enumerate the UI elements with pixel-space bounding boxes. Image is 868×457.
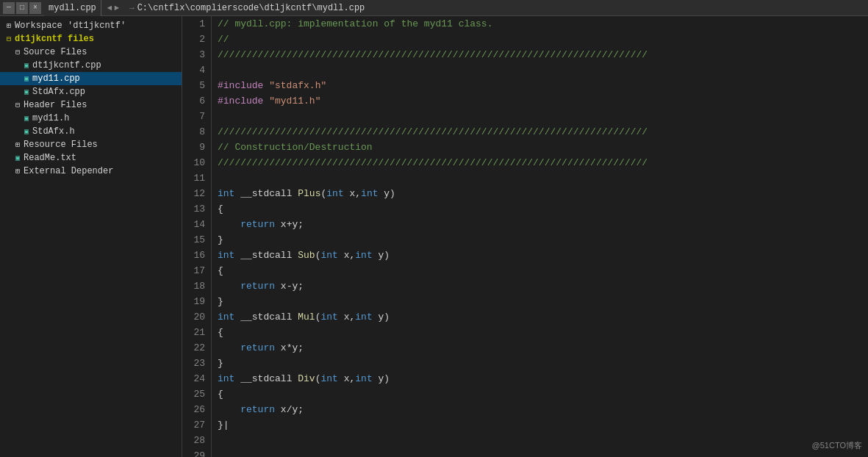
maximize-icon[interactable]: □ — [16, 2, 28, 14]
code-line: return x*y; — [218, 340, 862, 356]
path-arrow-icon: → — [129, 4, 134, 12]
code-line: { — [218, 325, 862, 340]
readme-icon: ▣ — [12, 152, 24, 164]
resource-files-group[interactable]: ⊞ Resource Files — [0, 138, 182, 151]
line-number: 2 — [188, 32, 205, 47]
minimize-icon[interactable]: ─ — [3, 2, 15, 14]
readme-label: ReadMe.txt — [24, 153, 76, 163]
code-line: #include "myd11.h" — [218, 93, 862, 109]
header-files-label: Header Files — [24, 100, 87, 110]
line-number: 21 — [188, 325, 205, 340]
code-line: } — [218, 232, 862, 248]
line-number: 4 — [188, 62, 205, 78]
line-number: 19 — [188, 294, 205, 309]
resource-folder-icon: ⊞ — [12, 139, 24, 151]
project-item[interactable]: ⊟ dt1jkcntf files — [0, 32, 182, 46]
code-line: // mydll.cpp: implementation of the myd1… — [218, 16, 862, 32]
line-number: 23 — [188, 356, 205, 371]
resource-files-label: Resource Files — [24, 140, 98, 150]
code-line: return x+y; — [218, 217, 862, 232]
workspace-item[interactable]: ⊞ Workspace 'dt1jkcntf' — [0, 19, 182, 32]
header-folder-icon: ⊟ — [12, 99, 24, 111]
tab-filename: mydll.cpp — [49, 3, 96, 13]
main-area: ⊞ Workspace 'dt1jkcntf' ⊟ dt1jkcntf file… — [0, 16, 868, 457]
file-mydll-label: myd11.cpp — [32, 73, 80, 84]
breadcrumb: → C:\cntflx\complierscode\dtljkcntf\mydl… — [125, 3, 369, 13]
code-line: int __stdcall Sub(int x,int y) — [218, 248, 862, 263]
line-number: 29 — [188, 448, 205, 457]
source-files-group[interactable]: ⊟ Source Files — [0, 46, 182, 59]
line-number: 1 — [188, 16, 205, 32]
code-line: ////////////////////////////////////////… — [218, 155, 862, 170]
line-number: 6 — [188, 93, 205, 109]
line-number: 9 — [188, 140, 205, 155]
workspace-icon: ⊞ — [3, 20, 15, 32]
h-file-icon: ▣ — [21, 112, 32, 124]
line-number: 12 — [188, 186, 205, 201]
line-number: 14 — [188, 217, 205, 232]
h-file2-icon: ▣ — [21, 126, 32, 137]
line-number: 28 — [188, 433, 205, 448]
code-line: } — [218, 294, 862, 309]
code-line: return x-y; — [218, 278, 862, 294]
code-content[interactable]: // mydll.cpp: implementation of the myd1… — [212, 16, 868, 457]
code-line: #include "stdafx.h" — [218, 78, 862, 93]
file-mydll-h-label: myd11.h — [32, 113, 69, 123]
file-tab[interactable]: mydll.cpp — [44, 0, 101, 16]
top-bar: ─ □ × mydll.cpp ◄ ► → C:\cntflx\complier… — [0, 0, 868, 16]
code-line: // — [218, 32, 862, 47]
line-number: 24 — [188, 371, 205, 386]
project-collapse-icon: ⊟ — [3, 33, 15, 45]
code-line: int __stdcall Div(int x,int y) — [218, 371, 862, 386]
code-line: ////////////////////////////////////////… — [218, 47, 862, 62]
cpp-file-selected-icon: ▣ — [21, 73, 32, 84]
code-line — [218, 433, 862, 448]
file-dtljkcntf[interactable]: ▣ dt1jkcntf.cpp — [0, 59, 182, 72]
code-line: { — [218, 201, 862, 217]
nav-controls: ◄ ► — [104, 4, 122, 12]
code-line: ////////////////////////////////////////… — [218, 124, 862, 140]
file-stdafx-h[interactable]: ▣ StdAfx.h — [0, 125, 182, 138]
code-line: } — [218, 356, 862, 371]
file-stdafx-cpp-label: StdAfx.cpp — [32, 87, 85, 97]
line-numbers: 1234567891011121314151617181920212223242… — [182, 16, 212, 457]
cpp-file-icon: ▣ — [21, 60, 32, 71]
file-tree: ⊞ Workspace 'dt1jkcntf' ⊟ dt1jkcntf file… — [0, 16, 182, 457]
line-number: 7 — [188, 109, 205, 124]
line-number: 16 — [188, 248, 205, 263]
code-line: // Construction/Destruction — [218, 140, 862, 155]
file-mydll-h[interactable]: ▣ myd11.h — [0, 112, 182, 125]
line-number: 3 — [188, 47, 205, 62]
line-number: 26 — [188, 402, 205, 417]
external-deps-item[interactable]: ⊞ External Depender — [0, 165, 182, 178]
file-stdafx-cpp[interactable]: ▣ StdAfx.cpp — [0, 85, 182, 98]
code-line: { — [218, 263, 862, 278]
project-label: dt1jkcntf files — [15, 34, 94, 44]
line-number: 5 — [188, 78, 205, 93]
line-number: 15 — [188, 232, 205, 248]
header-files-group[interactable]: ⊟ Header Files — [0, 98, 182, 112]
nav-left-icon[interactable]: ◄ — [107, 4, 112, 12]
line-number: 8 — [188, 124, 205, 140]
source-files-label: Source Files — [24, 47, 87, 57]
window-controls: ─ □ × — [3, 2, 41, 14]
workspace-label: Workspace 'dt1jkcntf' — [15, 21, 126, 31]
folder-expand-icon: ⊟ — [12, 46, 24, 58]
line-number: 18 — [188, 278, 205, 294]
code-line — [218, 62, 862, 78]
file-dtljkcntf-label: dt1jkcntf.cpp — [32, 60, 101, 71]
line-number: 11 — [188, 170, 205, 186]
external-icon: ⊞ — [12, 165, 24, 177]
readme-item[interactable]: ▣ ReadMe.txt — [0, 151, 182, 165]
watermark: @51CTO博客 — [812, 440, 862, 451]
line-number: 22 — [188, 340, 205, 356]
close-icon[interactable]: × — [29, 2, 41, 14]
nav-right-icon[interactable]: ► — [114, 4, 119, 12]
file-mydll[interactable]: ▣ myd11.cpp — [0, 72, 182, 85]
code-editor[interactable]: 1234567891011121314151617181920212223242… — [182, 16, 868, 457]
external-label: External Depender — [24, 166, 113, 176]
file-stdafx-h-label: StdAfx.h — [32, 126, 75, 137]
line-number: 17 — [188, 263, 205, 278]
line-number: 25 — [188, 386, 205, 402]
code-line: { — [218, 386, 862, 402]
